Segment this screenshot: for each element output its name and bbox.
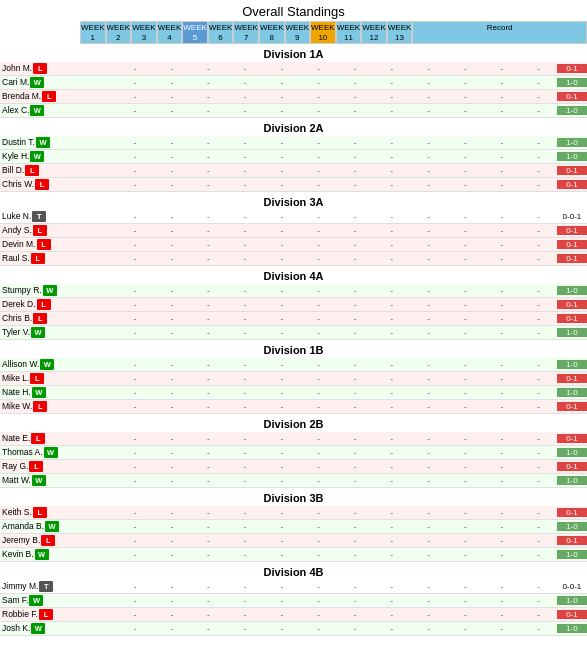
week-cell-8: - [300,314,337,323]
week-cell-6: - [227,180,264,189]
week-cell-7: - [263,78,300,87]
week-cell-11: - [410,166,447,175]
week-cell-8: - [300,300,337,309]
week-cell-5: - [190,106,227,115]
week-cell-9: - [337,434,374,443]
week-cell-14: - [520,550,557,559]
week-cell-7: - [263,166,300,175]
week-cell-11: - [410,508,447,517]
week-cell-8: - [300,402,337,411]
week1-badge: W [43,285,57,296]
week-cell-7: - [263,254,300,263]
week-cell-7: - [263,226,300,235]
week-header-4: WEEK 4 [157,21,183,44]
week-cell-9: - [337,476,374,485]
division-title-2: Division 3A [0,192,587,210]
week1-badge: W [29,595,43,606]
record-cell: 0-1 [557,462,587,471]
week-cell-7: - [263,314,300,323]
week-cell-8: - [300,374,337,383]
division-title-3: Division 4A [0,266,587,284]
week-cell-8: - [300,360,337,369]
week-cell-14: - [520,448,557,457]
week-cell-9: - [337,448,374,457]
week-cell-7: - [263,522,300,531]
week-cell-9: - [337,286,374,295]
record-cell: 1-0 [557,286,587,295]
week-cell-13: - [484,476,521,485]
player-row: Mike L.L------------0-1 [0,372,587,386]
week-cell-3: - [117,106,154,115]
page-container: Overall Standings WEEK 1WEEK 2WEEK 3WEEK… [0,0,587,636]
week-cell-10: - [374,448,411,457]
week-cell-6: - [227,286,264,295]
week-cell-12: - [447,360,484,369]
week-cell-11: - [410,240,447,249]
week-cell-6: - [227,448,264,457]
week-cell-14: - [520,180,557,189]
week-cell-13: - [484,508,521,517]
week-cell-6: - [227,328,264,337]
player-row: Devin M.L------------0-1 [0,238,587,252]
week-cell-9: - [337,314,374,323]
week-cell-11: - [410,286,447,295]
record-cell: 0-1 [557,92,587,101]
week-cell-10: - [374,226,411,235]
week-cell-9: - [337,624,374,633]
week-cell-4: - [153,360,190,369]
player-name: Kevin B.W [0,549,80,560]
record-cell: 1-0 [557,78,587,87]
week1-badge: L [39,609,53,620]
week-cell-14: - [520,462,557,471]
player-row: Allison W.W------------1-0 [0,358,587,372]
week-cell-3: - [117,388,154,397]
week-cell-6: - [227,536,264,545]
record-cell: 0-1 [557,314,587,323]
week-cell-12: - [447,448,484,457]
week-cell-3: - [117,448,154,457]
week-cell-5: - [190,536,227,545]
week-cell-13: - [484,448,521,457]
week-cell-13: - [484,550,521,559]
week-cell-11: - [410,92,447,101]
week-cell-11: - [410,226,447,235]
week-cell-10: - [374,596,411,605]
week-cell-7: - [263,152,300,161]
week-cell-5: - [190,300,227,309]
week-cell-4: - [153,180,190,189]
week-cell-14: - [520,152,557,161]
week-cell-12: - [447,152,484,161]
week-cell-3: - [117,300,154,309]
week-cell-12: - [447,582,484,591]
week-cell-5: - [190,138,227,147]
week-cell-7: - [263,328,300,337]
week-cell-8: - [300,462,337,471]
week-cell-11: - [410,582,447,591]
record-cell: 0-1 [557,226,587,235]
week-cell-13: - [484,596,521,605]
week-cell-4: - [153,212,190,221]
week-cell-13: - [484,254,521,263]
week-cell-13: - [484,402,521,411]
record-cell: 1-0 [557,550,587,559]
week-cell-12: - [447,138,484,147]
week-cell-4: - [153,508,190,517]
player-row: Jimmy M.T------------0-0-1 [0,580,587,594]
week-cell-10: - [374,106,411,115]
week-cell-13: - [484,106,521,115]
week-cell-11: - [410,388,447,397]
week-cell-4: - [153,448,190,457]
week-cell-9: - [337,536,374,545]
week-cell-5: - [190,508,227,517]
week1-badge: W [30,105,44,116]
week-cell-8: - [300,476,337,485]
division-title-0: Division 1A [0,44,587,62]
week-cell-13: - [484,360,521,369]
week-cell-9: - [337,180,374,189]
week-cell-10: - [374,624,411,633]
player-name: Brenda M.L [0,91,80,102]
player-row: Kevin B.W------------1-0 [0,548,587,562]
week-cell-12: - [447,226,484,235]
week-header-11: WEEK 11 [336,21,362,44]
player-name: Robbie F.L [0,609,80,620]
